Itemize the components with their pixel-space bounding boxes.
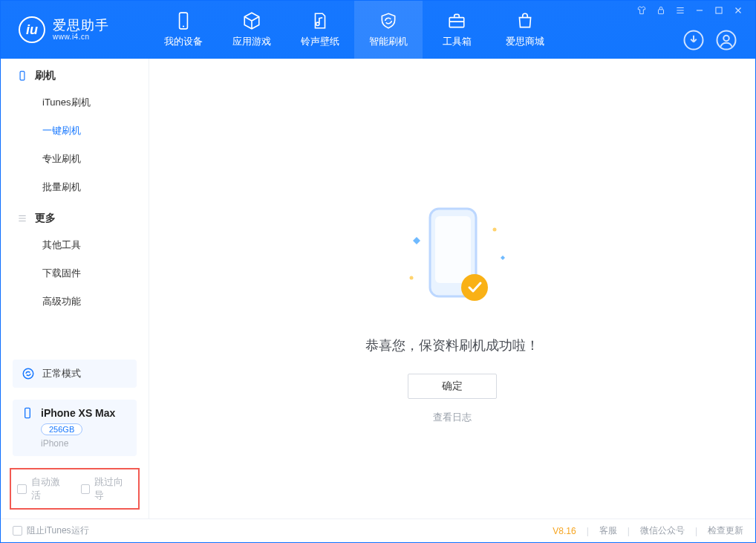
sidebar-item-batch[interactable]: 批量刷机: [1, 173, 149, 201]
sidebar-item-other[interactable]: 其他工具: [1, 231, 149, 259]
svg-point-9: [23, 368, 33, 379]
sidebar-item-advanced[interactable]: 高级功能: [1, 287, 149, 316]
block-itunes-checkbox[interactable]: 阻止iTunes运行: [13, 524, 89, 537]
lock-icon[interactable]: [656, 5, 666, 16]
device-name: iPhone XS Max: [41, 407, 115, 419]
svg-point-14: [493, 228, 497, 232]
svg-point-15: [410, 276, 414, 280]
svg-rect-8: [20, 71, 25, 80]
close-icon[interactable]: [733, 5, 743, 16]
checkbox-icon: [81, 484, 91, 494]
device-icon: [17, 71, 27, 81]
top-nav: 我的设备 应用游戏 铃声壁纸 智能刷机 工具箱 爱思商城: [149, 1, 559, 59]
nav-ringtones[interactable]: 铃声壁纸: [286, 1, 354, 59]
shirt-icon[interactable]: [636, 5, 647, 16]
music-file-icon: [310, 11, 330, 30]
block-itunes-label: 阻止iTunes运行: [27, 524, 89, 537]
sidebar-group-flash: 刷机: [1, 59, 149, 88]
brand-logo-icon: iu: [19, 16, 45, 43]
device-storage: 256GB: [41, 423, 82, 435]
nav-store[interactable]: 爱思商城: [491, 1, 559, 59]
download-circle-icon[interactable]: [682, 29, 705, 51]
wechat-link[interactable]: 微信公众号: [640, 524, 685, 537]
ok-button[interactable]: 确定: [408, 374, 497, 399]
sidebar-item-onekey[interactable]: 一键刷机: [1, 117, 149, 145]
nav-label: 爱思商城: [506, 35, 544, 48]
nav-my-device[interactable]: 我的设备: [149, 1, 218, 59]
sync-icon: [22, 367, 35, 380]
device-box[interactable]: iPhone XS Max 256GB iPhone: [13, 400, 137, 456]
brand: iu 爱思助手 www.i4.cn: [1, 16, 149, 43]
sidebar: 刷机 iTunes刷机 一键刷机 专业刷机 批量刷机 更多 其他工具 下载固件 …: [1, 59, 149, 518]
sidebar-group-label: 刷机: [35, 69, 56, 82]
nav-label: 铃声壁纸: [301, 35, 339, 48]
nav-toolbox[interactable]: 工具箱: [423, 1, 491, 59]
sidebar-group-label: 更多: [35, 212, 56, 225]
svg-rect-10: [25, 408, 30, 417]
brand-title: 爱思助手: [53, 19, 109, 33]
nav-label: 智能刷机: [369, 35, 408, 48]
content: 恭喜您，保资料刷机成功啦！ 确定 查看日志: [149, 59, 755, 518]
success-message: 恭喜您，保资料刷机成功啦！: [365, 336, 539, 354]
skip-guide-checkbox[interactable]: 跳过向导: [81, 475, 133, 502]
svg-rect-12: [435, 216, 471, 283]
briefcase-icon: [447, 11, 466, 30]
nav-label: 我的设备: [164, 35, 203, 48]
mode-box[interactable]: 正常模式: [13, 360, 137, 388]
window-controls: [636, 5, 743, 16]
cube-icon: [242, 11, 261, 30]
brand-subtitle: www.i4.cn: [53, 33, 109, 41]
nav-label: 应用游戏: [232, 35, 271, 48]
view-log-link[interactable]: 查看日志: [433, 411, 472, 424]
sidebar-item-pro[interactable]: 专业刷机: [1, 145, 149, 173]
header: iu 爱思助手 www.i4.cn 我的设备 应用游戏 铃声壁纸 智能刷机 工具…: [1, 1, 755, 59]
device-type: iPhone: [41, 438, 128, 449]
svg-rect-2: [449, 18, 464, 27]
support-link[interactable]: 客服: [599, 524, 617, 537]
svg-point-1: [183, 26, 184, 27]
menu-icon[interactable]: [675, 5, 685, 16]
options-box: 自动激活 跳过向导: [10, 468, 140, 510]
sidebar-item-firmware[interactable]: 下载固件: [1, 259, 149, 287]
nav-label: 工具箱: [443, 35, 472, 48]
sync-shield-icon: [379, 11, 398, 30]
checkbox-icon: [17, 484, 27, 494]
user-circle-icon[interactable]: [715, 29, 737, 51]
nav-apps[interactable]: 应用游戏: [218, 1, 286, 59]
phone-outline-icon: [22, 407, 33, 419]
mode-label: 正常模式: [42, 367, 81, 380]
maximize-icon[interactable]: [714, 5, 724, 16]
minimize-icon[interactable]: [694, 5, 705, 16]
sidebar-group-more: 更多: [1, 201, 149, 231]
auto-activate-checkbox[interactable]: 自动激活: [17, 475, 69, 502]
skip-guide-label: 跳过向导: [94, 475, 132, 502]
bag-icon: [515, 11, 535, 30]
auto-activate-label: 自动激活: [31, 475, 69, 502]
sidebar-item-itunes[interactable]: iTunes刷机: [1, 88, 149, 117]
footer: 阻止iTunes运行 V8.16 | 客服 | 微信公众号 | 检查更新: [1, 518, 755, 542]
svg-rect-4: [716, 7, 722, 13]
nav-flash[interactable]: 智能刷机: [354, 1, 423, 59]
header-right: [636, 1, 748, 59]
version-label: V8.16: [553, 526, 576, 536]
svg-point-7: [723, 36, 729, 42]
checkbox-icon: [13, 526, 22, 536]
success-illustration: [389, 200, 515, 319]
svg-point-6: [717, 31, 736, 50]
main: 刷机 iTunes刷机 一键刷机 专业刷机 批量刷机 更多 其他工具 下载固件 …: [1, 59, 755, 518]
update-link[interactable]: 检查更新: [708, 524, 743, 537]
phone-icon: [174, 11, 193, 30]
list-icon: [17, 213, 27, 224]
svg-rect-3: [659, 10, 664, 14]
svg-point-13: [461, 274, 488, 301]
